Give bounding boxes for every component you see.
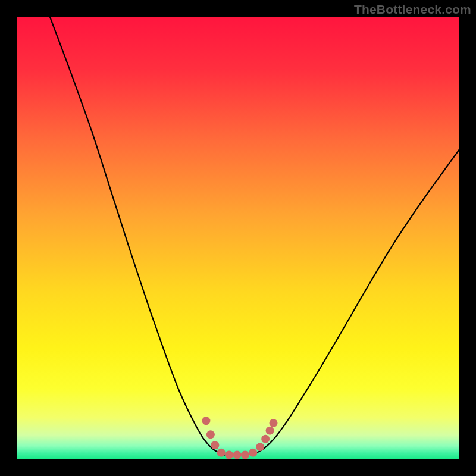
bottleneck-chart-svg (17, 17, 459, 459)
marker-dot (270, 419, 278, 427)
chart-frame: TheBottleneck.com (0, 0, 476, 476)
marker-dot (206, 430, 215, 439)
marker-dot (256, 443, 264, 451)
watermark-text: TheBottleneck.com (354, 2, 471, 17)
marker-dot (241, 451, 249, 459)
marker-dot (211, 441, 219, 449)
marker-dot (266, 427, 274, 435)
marker-dot (225, 451, 233, 459)
marker-dot (217, 449, 226, 457)
marker-dot (233, 451, 242, 459)
marker-dot (261, 435, 270, 443)
plot-area (17, 17, 459, 459)
marker-dot (249, 449, 257, 457)
marker-dot (202, 416, 210, 425)
gradient-background (17, 17, 459, 459)
